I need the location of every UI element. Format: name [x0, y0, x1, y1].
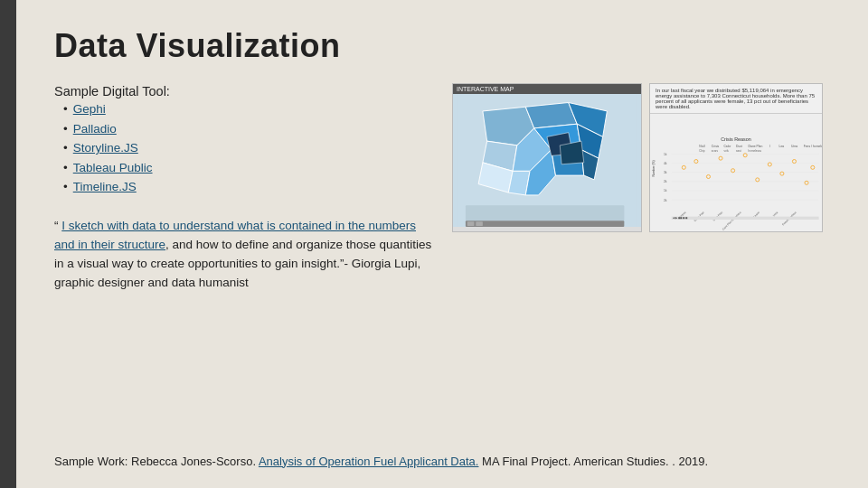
chart-area-wrapper: Crisis Reason Ntu'l Crisis Calor Duct Da… — [650, 114, 822, 232]
svg-rect-18 — [476, 221, 483, 226]
bullet-item-tableau[interactable]: Tableau Public — [63, 158, 434, 178]
sample-work-block: Sample Work: Rebecca Jones-Scorso. Analy… — [54, 453, 823, 471]
svg-text:2k: 2k — [664, 180, 667, 183]
map-title-text: INTERACTIVE MAP — [457, 86, 514, 92]
svg-point-51 — [731, 169, 735, 173]
svg-text:4k: 4k — [664, 162, 667, 165]
svg-text:Crisis Plan: Crisis Plan — [693, 211, 705, 222]
svg-text:Chip: Chip — [699, 149, 705, 153]
svg-text:scars: scars — [712, 149, 719, 153]
svg-text:Lea: Lea — [779, 145, 785, 148]
map-image: INTERACTIVE MAP — [452, 83, 642, 232]
svg-rect-16 — [466, 221, 624, 227]
svg-text:Fees / homeless: Fees / homeless — [804, 145, 822, 148]
right-column: INTERACTIVE MAP — [452, 83, 823, 440]
map-title-bar: INTERACTIVE MAP — [453, 84, 641, 94]
svg-point-56 — [792, 160, 796, 164]
svg-text:Dane Plan: Dane Plan — [749, 145, 763, 148]
svg-text:asst: asst — [736, 149, 741, 153]
slide: Data Visualization Sample Digital Tool: … — [0, 0, 868, 488]
svg-text:Ntu'l: Ntu'l — [699, 145, 705, 148]
svg-point-49 — [706, 174, 710, 178]
svg-text:Uma: Uma — [791, 145, 797, 148]
bullet-item-timelinejs[interactable]: Timeline.JS — [63, 177, 434, 197]
svg-point-47 — [682, 165, 685, 169]
sample-work-prefix: Sample Work: Rebecca Jones-Scorso. — [54, 455, 259, 468]
svg-point-58 — [811, 165, 815, 169]
sample-tool-label: Sample Digital Tool: — [54, 84, 170, 99]
sample-work-link[interactable]: Analysis of Operation Fuel Applicant Dat… — [259, 455, 479, 468]
svg-text:Calor: Calor — [723, 145, 731, 148]
quote-open: “ — [54, 219, 61, 232]
bullet-item-storylinejs[interactable]: Storyline.JS — [63, 138, 434, 158]
svg-text:vols: vols — [723, 149, 729, 153]
quote-block: “ I sketch with data to understand what … — [54, 217, 434, 293]
chart-image: In our last fiscal year we distributed $… — [649, 83, 823, 232]
bullet-item-palladio[interactable]: Palladio — [63, 119, 434, 139]
svg-rect-15 — [466, 205, 624, 221]
svg-text:2k: 2k — [664, 199, 667, 202]
images-wrapper: INTERACTIVE MAP — [452, 83, 823, 232]
chart-header-info: In our last fiscal year we distributed $… — [650, 84, 822, 114]
bullet-list: Gephi Palladio Storyline.JS Tableau Publ… — [54, 99, 434, 197]
svg-point-53 — [756, 178, 760, 182]
map-svg — [453, 94, 641, 227]
content-row: Sample Digital Tool: Gephi Palladio Stor… — [54, 83, 823, 440]
svg-text:Crisis Reason: Crisis Reason — [721, 136, 751, 142]
svg-text:I: I — [769, 145, 770, 148]
svg-point-50 — [719, 156, 722, 160]
svg-rect-66 — [672, 217, 819, 220]
left-column: Sample Digital Tool: Gephi Palladio Stor… — [54, 83, 434, 440]
svg-marker-14 — [560, 141, 584, 164]
svg-point-48 — [694, 160, 698, 164]
bullet-item-gephi[interactable]: Gephi — [63, 99, 434, 119]
svg-text:1k: 1k — [664, 153, 667, 156]
chart-svg: Crisis Reason Ntu'l Crisis Calor Duct Da… — [650, 114, 822, 232]
svg-text:Care Plan: Care Plan — [712, 211, 724, 222]
map-body — [453, 94, 641, 227]
svg-text:Duct: Duct — [736, 145, 742, 148]
svg-text:Uma: Uma — [772, 211, 779, 218]
svg-text:Care Plan Homeless: Care Plan Homeless — [722, 211, 742, 231]
svg-text:1k: 1k — [664, 189, 667, 192]
sample-tool-header: Sample Digital Tool: Gephi Palladio Stor… — [54, 83, 434, 204]
slide-title: Data Visualization — [54, 27, 823, 65]
svg-rect-17 — [467, 221, 475, 226]
left-bar — [0, 0, 16, 488]
svg-text:homelesss: homelesss — [749, 149, 762, 153]
sample-work-suffix: MA Final Project. American Studies. . 20… — [478, 455, 708, 468]
svg-text:Crisis: Crisis — [712, 145, 720, 148]
svg-text:◀ ▶ ◼ ◼ ◼ ◼: ◀ ▶ ◼ ◼ ◼ ◼ — [673, 217, 688, 220]
svg-text:3k: 3k — [664, 171, 667, 174]
svg-text:Number (%): Number (%) — [652, 160, 656, 176]
